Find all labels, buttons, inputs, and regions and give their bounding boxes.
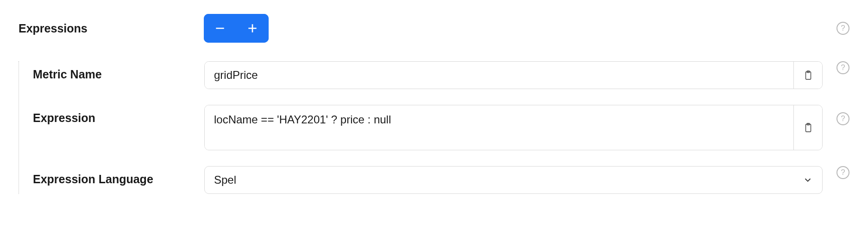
metric-name-row: Metric Name ?: [33, 61, 849, 89]
expression-row: Expression ?: [33, 105, 849, 150]
plus-icon: [246, 22, 258, 34]
expression-label: Expression: [33, 105, 204, 125]
add-remove-button-group: [204, 14, 269, 43]
add-expression-button[interactable]: [236, 14, 269, 43]
expression-input-group: [204, 105, 823, 150]
section-title: Expressions: [19, 22, 204, 35]
expression-language-row: Expression Language Spel ?: [33, 166, 849, 194]
expression-clipboard-button[interactable]: [793, 105, 822, 150]
metric-name-input-group: [204, 61, 823, 89]
clipboard-icon: [803, 122, 813, 134]
expression-language-value: Spel: [214, 173, 803, 186]
expression-input[interactable]: [205, 105, 793, 150]
chevron-down-icon: [803, 175, 813, 185]
clipboard-icon: [803, 69, 813, 81]
minus-icon: [214, 22, 226, 34]
metric-name-label: Metric Name: [33, 61, 204, 81]
expression-language-select[interactable]: Spel: [204, 166, 823, 194]
fields-container: Metric Name ? Expression: [19, 61, 849, 194]
help-icon[interactable]: ?: [837, 166, 849, 179]
metric-name-input[interactable]: [205, 62, 793, 89]
help-icon[interactable]: ?: [837, 22, 849, 35]
section-header: Expressions ?: [19, 14, 849, 43]
metric-name-clipboard-button[interactable]: [793, 62, 822, 89]
remove-expression-button[interactable]: [204, 14, 236, 43]
help-icon[interactable]: ?: [837, 61, 849, 74]
help-icon[interactable]: ?: [837, 112, 849, 125]
expression-language-label: Expression Language: [33, 166, 204, 186]
